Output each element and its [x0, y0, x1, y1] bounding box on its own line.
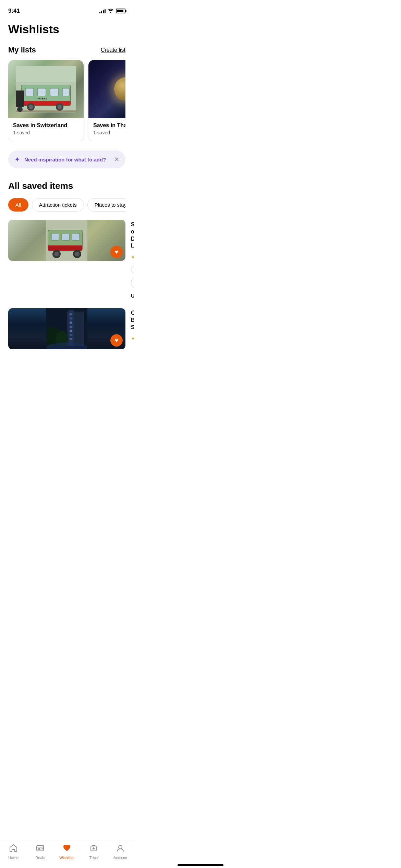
svg-point-25: [75, 252, 80, 256]
svg-rect-32: [70, 326, 72, 328]
status-time: 9:41: [8, 8, 20, 14]
inspiration-icon: ✦: [14, 155, 20, 164]
badge-row-transport: Easy refund Instant confirmation: [131, 265, 134, 289]
saved-item-transport-image: ♥: [8, 220, 125, 261]
svg-rect-30: [70, 317, 72, 320]
svg-rect-21: [48, 245, 82, 251]
saved-item-transport-rating: ★ 5.0 (7) • 200+ booked: [131, 252, 134, 262]
wishlist-card-switzerland-image: PETER'S: [8, 60, 84, 118]
filter-tab-all[interactable]: All: [8, 198, 28, 212]
saved-item-carlton[interactable]: ♥ Carlton Hotel Bangkok Sukhumvit ★ 4.6 …: [8, 308, 125, 349]
svg-text:PETER'S: PETER'S: [38, 97, 47, 100]
wishlist-card-switzerland-body: Saves in Switzerland 1 saved: [8, 118, 84, 141]
svg-rect-6: [62, 88, 69, 96]
my-lists-header: My lists Create list: [8, 46, 125, 55]
svg-rect-14: [16, 91, 24, 107]
filter-tabs: All Attraction tickets Places to stay: [8, 198, 125, 212]
svg-rect-1: [16, 66, 76, 82]
inspiration-text[interactable]: Need inspiration for what to add?: [24, 157, 110, 162]
wishlist-thailand-saved: 1 saved: [93, 130, 125, 135]
svg-rect-20: [72, 233, 80, 240]
saved-item-carlton-image: ♥: [8, 308, 125, 349]
saved-item-transport[interactable]: ♥ Swiss Museum of Transport Day Pass in …: [8, 220, 125, 299]
svg-rect-4: [38, 88, 46, 96]
svg-rect-3: [25, 88, 34, 96]
badge-easy-refund: Easy refund: [131, 265, 134, 274]
filter-tab-places[interactable]: Places to stay: [87, 198, 125, 212]
wishlist-switzerland-saved: 1 saved: [13, 130, 79, 135]
svg-rect-29: [70, 313, 72, 315]
filter-tab-attraction[interactable]: Attraction tickets: [32, 198, 84, 212]
my-lists-title: My lists: [8, 46, 36, 55]
wifi-icon: [108, 8, 114, 14]
create-list-button[interactable]: Create list: [101, 47, 125, 53]
inspiration-close-button[interactable]: ✕: [114, 156, 119, 163]
heart-badge-transport[interactable]: ♥: [110, 246, 123, 258]
badge-instant-confirm: Instant confirmation: [131, 276, 134, 289]
saved-item-transport-price: US$ 73.75: [131, 293, 134, 299]
wishlist-thailand-title: Saves in Thailand: [93, 122, 125, 129]
wishlist-card-thailand-body: Saves in Thailand 1 saved: [88, 118, 125, 141]
svg-rect-5: [50, 88, 58, 96]
status-bar: 9:41: [0, 0, 134, 17]
saved-item-carlton-name: Carlton Hotel Bangkok Sukhumvit: [131, 310, 134, 331]
globe-decoration: [114, 77, 125, 101]
svg-rect-31: [70, 322, 72, 324]
wishlist-card-thailand-image: [88, 60, 125, 118]
carlton-star-icon: ★: [131, 336, 134, 341]
signal-icon: [99, 9, 106, 13]
svg-rect-35: [70, 338, 72, 340]
svg-rect-33: [70, 330, 72, 332]
svg-rect-34: [70, 334, 72, 336]
saved-item-transport-name: Swiss Museum of Transport Day Pass in Lu…: [131, 221, 134, 250]
svg-rect-19: [62, 233, 69, 240]
svg-rect-13: [16, 110, 76, 111]
wishlist-switzerland-title: Saves in Switzerland: [13, 122, 79, 129]
wishlist-card-switzerland[interactable]: PETER'S Saves in Switzerland 1 saved: [8, 60, 84, 141]
wishlists-row: PETER'S Saves in Switzerland 1 saved: [8, 60, 125, 141]
inspiration-banner: ✦ Need inspiration for what to add? ✕: [8, 150, 125, 168]
saved-item-carlton-rating: ★ 4.6 (137) • 50+ booked: [131, 333, 134, 343]
status-icons: [99, 8, 125, 14]
page-content: Wishlists My lists Create list: [0, 17, 134, 393]
heart-badge-carlton[interactable]: ♥: [110, 334, 123, 347]
star-icon: ★: [131, 254, 134, 260]
svg-rect-18: [51, 233, 59, 240]
svg-point-12: [58, 105, 62, 109]
page-title: Wishlists: [8, 23, 125, 36]
svg-point-15: [17, 106, 23, 112]
saved-item-carlton-info: Carlton Hotel Bangkok Sukhumvit ★ 4.6 (1…: [131, 308, 134, 349]
battery-icon: [116, 9, 125, 13]
saved-item-transport-info: Swiss Museum of Transport Day Pass in Lu…: [131, 220, 134, 299]
saved-items-title: All saved items: [8, 181, 125, 191]
svg-point-23: [54, 252, 59, 256]
svg-point-10: [29, 105, 33, 109]
wishlist-card-thailand[interactable]: Saves in Thailand 1 saved: [88, 60, 125, 141]
